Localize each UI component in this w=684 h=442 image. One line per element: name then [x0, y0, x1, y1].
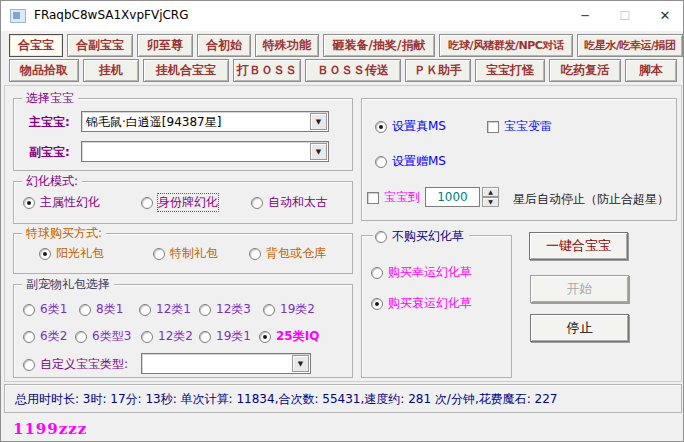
tab-combine-initial[interactable]: 合初始 [197, 34, 251, 57]
radio-icon [79, 304, 91, 316]
chevron-down-icon[interactable]: ▼ [310, 113, 327, 130]
tab-combine-pet[interactable]: 合宝宝 [9, 34, 63, 57]
stop-button[interactable]: 停止 [530, 314, 629, 342]
main-pet-select[interactable]: 锦毛鼠·白逍遥[94387星] ▼ [81, 111, 329, 132]
radio-icon [141, 331, 153, 343]
status-text: 总用时时长: 3时: 17分: 13秒: 单次计算: 11834,合次数: 55… [15, 391, 558, 408]
tab-script[interactable]: 脚本 [625, 59, 677, 82]
radio-label: 6类型3 [92, 328, 131, 345]
status-bar: 总用时时长: 3时: 17分: 13秒: 单次计算: 11834,合次数: 55… [4, 384, 682, 413]
chevron-down-icon[interactable]: ▼ [310, 143, 327, 160]
star-limit-stepper[interactable]: ▲ ▼ [482, 187, 499, 207]
tab-mao-zhizun[interactable]: 卯至尊 [137, 34, 193, 57]
maximize-button[interactable]: ☐ [605, 1, 645, 31]
radio-pack-12-1[interactable]: 12类1 [139, 301, 191, 318]
checkbox-pet-to-star[interactable]: 宝宝到 [367, 189, 420, 206]
sub-pet-label: 副宝宝: [29, 144, 70, 161]
radio-pack-6-2[interactable]: 6类2 [23, 328, 67, 345]
tab-afk[interactable]: 挂机 [83, 59, 139, 82]
radio-bag-or-warehouse[interactable]: 背包或仓库 [249, 245, 326, 262]
tab-fight-boss[interactable]: 打ＢＯＳＳ [233, 59, 301, 82]
spin-up-icon[interactable]: ▲ [482, 187, 499, 197]
radio-pack-12-3[interactable]: 12类3 [199, 301, 251, 318]
radio-icon [263, 304, 275, 316]
radio-set-real-ms[interactable]: 设置真MS [375, 118, 446, 135]
radio-label: 6类2 [40, 328, 67, 345]
radio-icon [23, 197, 35, 209]
tab-combine-subpet[interactable]: 合副宝宝 [67, 34, 133, 57]
custom-pet-type-select[interactable]: ▼ [141, 353, 311, 374]
radio-label: 阳光礼包 [56, 245, 104, 262]
tab-afk-combine[interactable]: 挂机合宝宝 [143, 59, 229, 82]
radio-label: 不购买幻化草 [392, 228, 464, 245]
radio-set-gift-ms[interactable]: 设置赠MS [375, 153, 446, 170]
radio-label: 购买幸运幻化草 [388, 264, 472, 281]
radio-label: 6类1 [40, 301, 67, 318]
radio-label: 身份牌幻化 [158, 194, 218, 211]
radio-no-buy-grass[interactable]: 不购买幻化草 [373, 228, 469, 245]
chevron-down-icon[interactable]: ▼ [292, 355, 309, 372]
tab-pet-fight[interactable]: 宝宝打怪 [475, 59, 545, 82]
checkbox-pet-thunder[interactable]: 宝宝变雷 [487, 118, 552, 135]
radio-icon [199, 331, 211, 343]
start-button[interactable]: 开始 [530, 275, 629, 303]
radio-icon [23, 304, 35, 316]
spin-down-icon[interactable]: ▼ [482, 197, 499, 207]
radio-icon [23, 331, 35, 343]
minimize-button[interactable]: ─ [565, 1, 605, 31]
radio-pack-25-iq[interactable]: 25类IQ [259, 328, 319, 345]
tab-item-pickup[interactable]: 物品拾取 [9, 59, 79, 82]
radio-pack-6-1[interactable]: 6类1 [23, 301, 67, 318]
radio-label: 12类2 [158, 328, 193, 345]
tab-eat-med-revive[interactable]: 吃药复活 [549, 59, 621, 82]
radio-idcard-morph[interactable]: 身份牌幻化 [141, 194, 218, 211]
radio-special-pack[interactable]: 特制礼包 [153, 245, 218, 262]
radio-pack-8-1[interactable]: 8类1 [79, 301, 123, 318]
radio-icon [259, 331, 271, 343]
radio-label: 8类1 [96, 301, 123, 318]
radio-icon [371, 298, 383, 310]
tab-special-func[interactable]: 特殊功能 [255, 34, 319, 57]
tab-boss-teleport[interactable]: ＢＯＳＳ传送 [305, 59, 401, 82]
radio-icon [39, 248, 51, 260]
radio-icon [199, 304, 211, 316]
radio-auto-taigu[interactable]: 自动和太古 [251, 194, 328, 211]
radio-icon [75, 331, 87, 343]
radio-pack-19-1[interactable]: 19类1 [199, 328, 251, 345]
radio-icon [153, 248, 165, 260]
tab-pk-helper[interactable]: ＰＫ助手 [405, 59, 471, 82]
radio-buy-unlucky-grass[interactable]: 购买衰运幻化草 [371, 295, 472, 312]
checkbox-icon [487, 121, 499, 133]
radio-icon [139, 304, 151, 316]
one-key-combine-button[interactable]: 一键合宝宝 [529, 232, 628, 260]
radio-pack-19-2[interactable]: 19类2 [263, 301, 315, 318]
tab-eatball-npc[interactable]: 吃球/风猪群发/NPC对话 [439, 34, 573, 57]
group-select-pet-title: 选择宝宝 [22, 90, 78, 107]
radio-buy-lucky-grass[interactable]: 购买幸运幻化草 [371, 264, 472, 281]
app-icon [10, 9, 26, 23]
star-limit-input[interactable]: 1000 [425, 187, 480, 207]
radio-icon [375, 231, 387, 243]
app-window: FRaqbC8wSA1XvpFVjCRG ─ ☐ ✕ 合宝宝 合副宝宝 卯至尊 … [0, 0, 684, 442]
title-bar: FRaqbC8wSA1XvpFVjCRG ─ ☐ ✕ [1, 1, 683, 31]
group-ball-buy-title: 特球购买方式: [22, 225, 106, 242]
sub-pet-select[interactable]: ▼ [81, 141, 329, 162]
tab-starwater-lucky[interactable]: 吃星水/吃幸运/捐团 [577, 34, 683, 57]
close-button[interactable]: ✕ [645, 1, 684, 31]
star-stop-hint: 星后自动停止（防止合超星） [513, 191, 669, 208]
radio-icon [371, 267, 383, 279]
radio-label: 购买衰运幻化草 [388, 295, 472, 312]
radio-icon [375, 121, 387, 133]
radio-icon [249, 248, 261, 260]
main-pet-label: 主宝宝: [29, 114, 70, 131]
radio-main-attr-morph[interactable]: 主属性幻化 [23, 194, 100, 211]
tab-smash-lottery-donate[interactable]: 砸装备/抽奖/捐献 [323, 34, 435, 57]
radio-custom-pet-type[interactable]: 自定义宝宝类型: [23, 356, 128, 373]
radio-pack-12-2[interactable]: 12类2 [141, 328, 193, 345]
radio-icon [375, 156, 387, 168]
radio-sunshine-pack[interactable]: 阳光礼包 [39, 245, 104, 262]
checkbox-label: 宝宝到 [384, 189, 420, 206]
radio-label: 特制礼包 [170, 245, 218, 262]
radio-label: 19类2 [280, 301, 315, 318]
radio-pack-6t-3[interactable]: 6类型3 [75, 328, 131, 345]
